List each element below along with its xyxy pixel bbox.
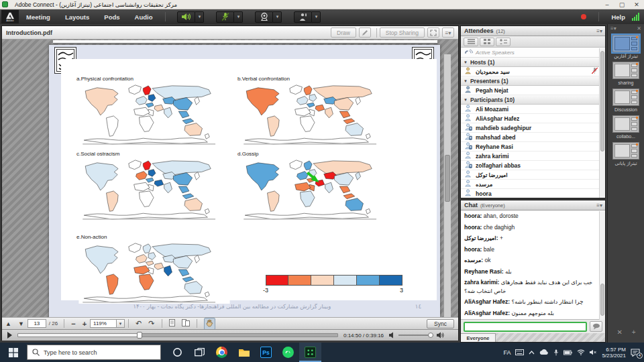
volume-knob[interactable] (428, 333, 433, 338)
menu-meeting[interactable]: Meeting (19, 13, 58, 21)
fit-width-button[interactable] (182, 319, 190, 328)
layout-item[interactable]: تیتراژ پایانی (608, 142, 644, 166)
attendee-row[interactable]: سید محمودیان (461, 67, 605, 76)
speaker-dropdown[interactable]: ▾ (195, 11, 204, 23)
collapse-arrow-icon[interactable]: ▼ (464, 60, 468, 64)
rotate-right-button[interactable]: ↷ (148, 319, 154, 328)
attendee-row[interactable]: Pegah Nejat (461, 86, 605, 95)
attendees-pod-menu-icon[interactable]: ≡▾ (596, 28, 602, 34)
show-hidden-icons-chevron[interactable] (529, 351, 535, 355)
attendee-section-header[interactable]: ▼ Participants (10) (461, 95, 605, 105)
pdf-scrollbar[interactable] (443, 54, 451, 317)
close-button[interactable]: ✕ (629, 1, 644, 8)
attendees-scrollbar[interactable] (599, 48, 605, 198)
chat-pod-menu-icon[interactable]: ≡▾ (596, 202, 602, 208)
layout-thumbnail[interactable] (612, 88, 639, 106)
layouts-menu-icon[interactable]: ≡▾ (610, 25, 616, 32)
status-dropdown[interactable]: ▾ (312, 11, 321, 23)
attendee-grid-view-button[interactable] (480, 38, 494, 46)
attendee-row[interactable]: mahdieb sadeghipur (461, 123, 605, 133)
layouts-close-icon[interactable]: ✕ (637, 25, 641, 32)
touch-keyboard-icon[interactable] (515, 349, 524, 355)
draw-button[interactable]: Draw (331, 27, 356, 38)
status-button[interactable] (294, 11, 312, 23)
next-page-button[interactable]: ▼ (18, 320, 24, 327)
volume-loud-icon[interactable] (437, 332, 444, 339)
attendee-row[interactable]: AliAsghar Hafez (461, 114, 605, 123)
start-button[interactable] (0, 343, 27, 362)
rotate-left-button[interactable]: ↶ (136, 319, 142, 328)
pointer-tool-button[interactable] (359, 27, 371, 38)
layout-add-icon[interactable]: + (632, 328, 636, 336)
attendee-row[interactable]: hoora (461, 189, 605, 198)
attendee-row[interactable]: Ali Moazami (461, 105, 605, 114)
volume-mute-icon[interactable] (389, 332, 395, 339)
play-button[interactable] (7, 332, 12, 339)
page-number-input[interactable] (28, 319, 46, 328)
chat-tab-everyone[interactable]: Everyone (461, 333, 496, 343)
file-explorer-button[interactable] (233, 343, 255, 362)
chat-send-button[interactable] (590, 321, 602, 332)
chat-scrollbar-thumb[interactable] (600, 284, 604, 316)
speaker-button[interactable] (177, 11, 195, 23)
layout-thumbnail[interactable] (612, 62, 639, 79)
menu-help[interactable]: Help (611, 13, 625, 21)
layout-item[interactable]: collabo... (608, 115, 644, 139)
fit-page-button[interactable] (169, 319, 175, 328)
layout-thumbnail[interactable] (612, 35, 639, 52)
wifi-icon[interactable] (577, 349, 585, 355)
attendee-row[interactable]: امیررضا توکل (461, 170, 605, 180)
collapse-arrow-icon[interactable]: ▼ (464, 98, 468, 102)
menu-audio[interactable]: Audio (127, 13, 160, 21)
microphone-dropdown[interactable]: ▾ (234, 11, 243, 23)
layout-item[interactable]: Discussion (608, 88, 644, 113)
chat-scrollbar[interactable] (599, 211, 605, 320)
menu-layouts[interactable]: Layouts (58, 13, 97, 21)
attendee-row[interactable]: mahshad abed (461, 133, 605, 142)
onedrive-cloud-icon[interactable] (539, 349, 549, 355)
pod-options-button[interactable]: ≡▾ (442, 27, 454, 38)
pan-tool-button[interactable] (204, 318, 215, 330)
whatsapp-button[interactable] (277, 343, 299, 362)
attendee-status-view-button[interactable] (496, 38, 511, 46)
layout-thumbnail[interactable] (612, 115, 639, 133)
minimize-button[interactable]: – (600, 1, 614, 8)
webcam-dropdown[interactable]: ▾ (273, 11, 282, 23)
collapse-arrow-icon[interactable]: ▼ (464, 79, 468, 83)
sync-button[interactable]: Sync (427, 319, 454, 328)
webcam-button[interactable] (255, 11, 273, 23)
attendee-section-header[interactable]: ▼ Hosts (1) (461, 58, 605, 67)
attendee-row[interactable]: zahra karimi (461, 152, 605, 161)
chat-input[interactable] (464, 322, 587, 332)
attendee-list-view-button[interactable] (464, 38, 478, 46)
zoom-out-button[interactable]: − (71, 320, 75, 328)
playback-progress-track[interactable] (17, 333, 338, 337)
pdf-scrollbar-thumb[interactable] (445, 155, 450, 202)
cortana-button[interactable] (166, 343, 189, 362)
battery-icon[interactable] (564, 350, 572, 355)
layout-delete-icon[interactable]: ✕ (616, 328, 622, 336)
layout-item[interactable]: sharing (608, 62, 644, 86)
attendee-row[interactable]: Reyhane Rasi (461, 142, 605, 152)
language-indicator[interactable]: FA (503, 349, 511, 356)
menu-pods[interactable]: Pods (97, 13, 127, 21)
volume-slider[interactable] (398, 335, 433, 336)
attendee-row[interactable]: zolfaghari abbas (461, 161, 605, 170)
action-center-icon[interactable]: 4 (631, 349, 640, 357)
speaker-tray-icon[interactable] (590, 349, 597, 355)
playback-progress-handle[interactable] (137, 332, 142, 339)
chrome-button[interactable] (211, 343, 233, 362)
zoom-level-value[interactable]: 119% (90, 319, 117, 328)
stop-sharing-button[interactable]: Stop Sharing (380, 27, 425, 38)
taskbar-search[interactable]: Type here to search (27, 345, 161, 360)
microphone-button[interactable] (216, 11, 234, 23)
adobe-connect-app-button[interactable] (299, 343, 321, 362)
connection-signal-icon[interactable] (632, 13, 640, 21)
zoom-dropdown[interactable]: ▼ (117, 319, 125, 328)
attendee-row[interactable]: مرسده (461, 180, 605, 189)
zoom-in-button[interactable]: + (83, 320, 87, 328)
attendees-scrollbar-thumb[interactable] (600, 51, 604, 152)
task-view-button[interactable] (189, 343, 211, 362)
microphone-tray-icon[interactable] (553, 349, 559, 356)
maximize-button[interactable]: ▢ (614, 1, 629, 8)
